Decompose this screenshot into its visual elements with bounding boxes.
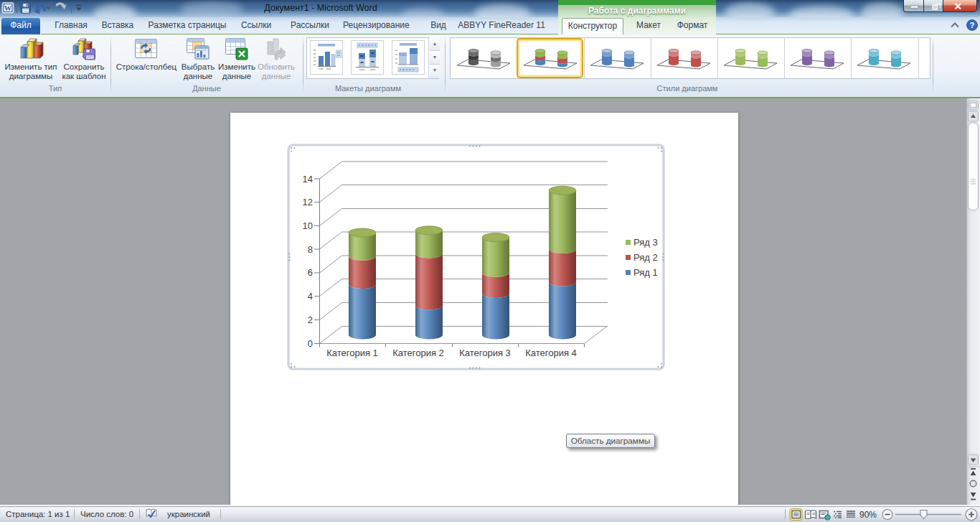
svg-text:4: 4 bbox=[308, 291, 313, 302]
svg-text:Категория 3: Категория 3 bbox=[459, 348, 511, 358]
svg-text:Ряд 3: Ряд 3 bbox=[633, 237, 658, 248]
svg-text:W: W bbox=[4, 4, 12, 12]
svg-text:14: 14 bbox=[303, 174, 313, 185]
svg-text:90%: 90% bbox=[859, 510, 877, 520]
svg-text:8: 8 bbox=[308, 244, 313, 255]
svg-text:10: 10 bbox=[303, 220, 313, 231]
svg-text:Категория 4: Категория 4 bbox=[525, 348, 577, 358]
svg-text:Категория 1: Категория 1 bbox=[326, 348, 378, 358]
svg-text:2: 2 bbox=[308, 314, 313, 325]
svg-text:Ряд 1: Ряд 1 bbox=[633, 267, 658, 278]
svg-text:Ряд 2: Ряд 2 bbox=[633, 252, 658, 263]
svg-text:12: 12 bbox=[303, 197, 313, 208]
svg-text:Категория 2: Категория 2 bbox=[392, 348, 444, 358]
svg-text:6: 6 bbox=[308, 267, 313, 278]
svg-text:0: 0 bbox=[308, 338, 313, 349]
svg-text:?: ? bbox=[969, 21, 974, 29]
